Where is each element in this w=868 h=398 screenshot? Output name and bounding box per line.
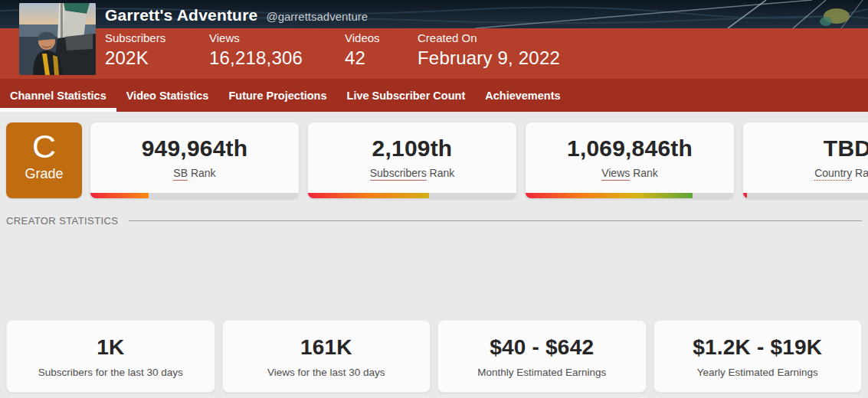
views-rank-suffix: Rank xyxy=(630,167,658,179)
subscribers-30d-label: Subscribers for the last 30 days xyxy=(7,367,215,378)
stat-views: Views 16,218,306 xyxy=(209,31,303,69)
stat-videos-value: 42 xyxy=(345,47,380,69)
monthly-earnings-value: $40 - $642 xyxy=(438,335,646,360)
tab-achievements[interactable]: Achievements xyxy=(475,79,570,112)
channel-nav: Channel Statistics Video Statistics Futu… xyxy=(0,79,868,112)
subscribers-rank-progress-fill xyxy=(308,193,429,198)
country-rank-label: Country Rank xyxy=(743,167,868,179)
stat-created-on: Created On February 9, 2022 xyxy=(418,31,560,69)
tab-video-statistics[interactable]: Video Statistics xyxy=(116,79,219,112)
channel-title-row: Garrett's Adventure @garrettsadventure xyxy=(105,6,368,24)
monthly-earnings-label: Monthly Estimated Earnings xyxy=(438,367,646,378)
channel-header-band: Subscribers 202K Views 16,218,306 Videos… xyxy=(0,28,868,79)
sb-rank-link[interactable]: SB xyxy=(173,167,188,181)
subscribers-rank-link[interactable]: Subscribers xyxy=(370,167,427,181)
yearly-earnings-card: $1.2K - $19K Yearly Estimated Earnings xyxy=(653,320,863,393)
stat-videos-label: Videos xyxy=(345,31,380,44)
stat-created-on-value: February 9, 2022 xyxy=(418,47,560,69)
views-rank-label: Views Rank xyxy=(526,167,734,179)
channel-handle: @garrettsadventure xyxy=(266,10,368,23)
section-divider-line xyxy=(129,220,862,221)
country-rank-progress-fill xyxy=(743,193,747,198)
sb-rank-label: SB Rank xyxy=(90,167,299,179)
stat-subscribers-label: Subscribers xyxy=(105,31,165,44)
stat-views-label: Views xyxy=(209,31,303,44)
stat-views-value: 16,218,306 xyxy=(209,47,303,69)
tab-channel-statistics[interactable]: Channel Statistics xyxy=(0,79,116,112)
views-30d-label: Views for the last 30 days xyxy=(223,367,431,378)
subscribers-rank-card: 2,109th Subscribers Rank xyxy=(308,122,516,198)
monthly-earnings-card: $40 - $642 Monthly Estimated Earnings xyxy=(437,320,647,393)
views-rank-value: 1,069,846th xyxy=(526,135,734,161)
subscribers-30d-value: 1K xyxy=(7,335,215,360)
views-rank-progressbar xyxy=(526,193,734,198)
socialblade-channel-page: Subscribers 202K Views 16,218,306 Videos… xyxy=(0,0,868,398)
views-30d-value: 161K xyxy=(223,335,431,360)
channel-avatar xyxy=(19,3,96,75)
creator-statistics-heading: CREATOR STATISTICS xyxy=(6,215,118,227)
stat-videos: Videos 42 xyxy=(345,31,380,69)
sb-rank-value: 949,964th xyxy=(90,135,299,161)
stat-subscribers: Subscribers 202K xyxy=(105,31,165,69)
creator-statistics-section-head: CREATOR STATISTICS xyxy=(6,215,862,227)
views-rank-progress-fill xyxy=(526,193,693,198)
channel-title: Garrett's Adventure xyxy=(105,6,257,24)
country-rank-card: TBD Country Rank xyxy=(743,122,868,198)
grade-card: C Grade xyxy=(6,122,82,198)
views-rank-link[interactable]: Views xyxy=(601,167,630,181)
subscribers-rank-progressbar xyxy=(308,193,516,198)
subscribers-30d-card: 1K Subscribers for the last 30 days xyxy=(6,320,215,393)
grade-letter: C xyxy=(6,128,82,165)
country-rank-suffix: Rank xyxy=(852,167,868,179)
summary-cards-row: 1K Subscribers for the last 30 days 161K… xyxy=(6,320,862,393)
sb-rank-progress-fill xyxy=(90,193,149,198)
avatar-photo-art xyxy=(19,3,96,75)
sb-rank-progressbar xyxy=(90,193,299,198)
country-rank-link[interactable]: Country xyxy=(814,167,852,181)
country-rank-progressbar xyxy=(743,193,868,198)
subscribers-rank-value: 2,109th xyxy=(308,135,516,161)
tab-future-projections[interactable]: Future Projections xyxy=(218,79,336,112)
stat-subscribers-value: 202K xyxy=(105,47,165,69)
subscribers-rank-label: Subscribers Rank xyxy=(308,167,516,179)
views-rank-card: 1,069,846th Views Rank xyxy=(526,122,734,198)
views-30d-card: 161K Views for the last 30 days xyxy=(222,320,431,393)
yearly-earnings-value: $1.2K - $19K xyxy=(654,335,862,360)
country-rank-value: TBD xyxy=(743,135,868,161)
subscribers-rank-suffix: Rank xyxy=(427,167,455,179)
sb-rank-suffix: Rank xyxy=(188,167,216,179)
sb-rank-card: 949,964th SB Rank xyxy=(90,122,299,198)
stat-created-on-label: Created On xyxy=(418,31,560,44)
grade-label: Grade xyxy=(6,166,82,182)
yearly-earnings-label: Yearly Estimated Earnings xyxy=(654,367,862,378)
tab-live-subscriber-count[interactable]: Live Subscriber Count xyxy=(337,79,476,112)
